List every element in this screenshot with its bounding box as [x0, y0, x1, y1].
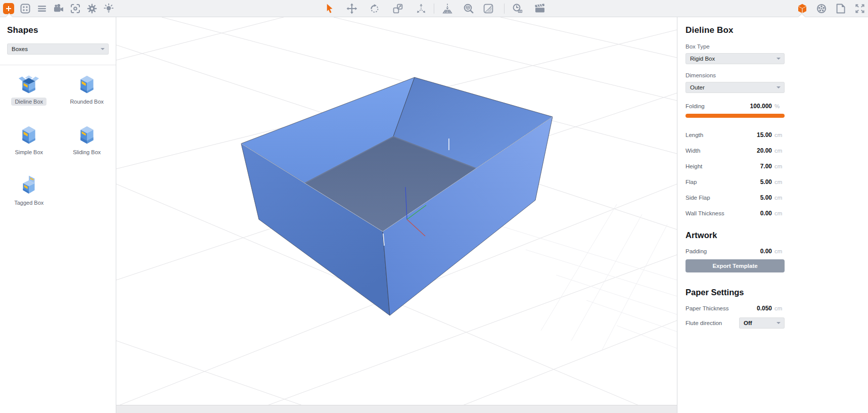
- flap-value[interactable]: 5.00: [760, 178, 772, 186]
- spread-icon: [415, 3, 427, 15]
- timeline-button[interactable]: [511, 2, 524, 15]
- height-row: Height 7.00 cm: [686, 163, 785, 170]
- expand-view-button[interactable]: [853, 2, 866, 15]
- lighting-button[interactable]: [102, 2, 115, 15]
- center-view-icon: [69, 3, 81, 15]
- materials-panel-button[interactable]: [815, 2, 828, 15]
- side-flap-row: Side Flap 5.00 cm: [686, 194, 785, 201]
- clapperboard-icon: [534, 3, 546, 15]
- sliding-box-icon: [75, 123, 99, 147]
- width-unit: cm: [774, 148, 785, 154]
- folding-slider[interactable]: [686, 114, 785, 118]
- flute-direction-row: Flute direction Off: [686, 317, 785, 329]
- settings-button[interactable]: [85, 2, 99, 15]
- shapes-grid-icon: [19, 3, 31, 15]
- shapes-panel: Shapes Boxes Dieline Box: [0, 17, 116, 413]
- paper-thickness-row: Paper Thickness 0.050 cm: [686, 305, 785, 312]
- select-tool-button[interactable]: [323, 2, 336, 15]
- scene-canvas: [116, 17, 677, 413]
- tagged-box-icon: [17, 174, 40, 197]
- shape-item-label: Sliding Box: [69, 148, 104, 156]
- spread-tool-button[interactable]: [415, 2, 428, 15]
- scale-tool-button[interactable]: [391, 2, 404, 15]
- properties-title: Dieline Box: [686, 25, 785, 35]
- chevron-down-icon: [101, 48, 105, 50]
- padding-value[interactable]: 0.00: [760, 248, 772, 255]
- lightbulb-icon: [103, 3, 115, 15]
- matte-icon: [482, 3, 494, 15]
- flap-unit: cm: [774, 179, 785, 185]
- folding-label: Folding: [686, 103, 705, 109]
- length-value[interactable]: 15.00: [757, 131, 772, 139]
- divider: [0, 65, 116, 65]
- wall-thickness-label: Wall Thickness: [686, 210, 724, 216]
- shape-item-tagged-box[interactable]: Tagged Box: [0, 169, 58, 220]
- flute-direction-dropdown[interactable]: Off: [739, 317, 785, 329]
- move-icon: [346, 3, 358, 15]
- cube-icon: [796, 3, 808, 15]
- padding-row: Padding 0.00 cm: [686, 248, 785, 255]
- dimensions-dropdown[interactable]: Outer: [686, 82, 785, 93]
- box-type-value: Rigid Box: [690, 56, 715, 62]
- page-panel-button[interactable]: [834, 2, 847, 15]
- chevron-down-icon: [776, 58, 781, 60]
- animation-button[interactable]: [533, 2, 546, 15]
- app-window: Shapes Boxes Dieline Box: [0, 0, 868, 413]
- shape-item-sliding-box[interactable]: Sliding Box: [58, 119, 116, 169]
- page-corner-icon: [835, 3, 847, 15]
- length-row: Length 15.00 cm: [686, 131, 785, 139]
- length-unit: cm: [774, 132, 785, 138]
- timeline-icon: [512, 3, 524, 15]
- camera-button[interactable]: [52, 2, 65, 15]
- shape-item-label: Dieline Box: [11, 98, 47, 106]
- folding-unit: %: [774, 103, 785, 109]
- rotate-icon: [369, 3, 381, 15]
- shape-item-dieline-box[interactable]: Dieline Box: [0, 68, 58, 119]
- height-label: Height: [686, 163, 702, 169]
- center-view-button[interactable]: [69, 2, 82, 15]
- padding-label: Padding: [686, 248, 707, 254]
- side-flap-unit: cm: [774, 195, 785, 201]
- flap-row: Flap 5.00 cm: [686, 178, 785, 186]
- horizontal-scrollbar[interactable]: [116, 405, 677, 413]
- wall-thickness-unit: cm: [774, 210, 785, 216]
- artwork-section-title: Artwork: [686, 231, 785, 240]
- zoom-to-object-button[interactable]: [462, 2, 475, 15]
- move-tool-button[interactable]: [345, 2, 358, 15]
- length-label: Length: [686, 132, 703, 138]
- drop-to-floor-button[interactable]: [441, 2, 454, 15]
- plus-icon: [3, 3, 14, 14]
- matte-button[interactable]: [482, 2, 495, 15]
- side-flap-value[interactable]: 5.00: [760, 194, 772, 201]
- scale-icon: [392, 3, 404, 15]
- flap-label: Flap: [686, 179, 697, 185]
- zoom-to-object-icon: [463, 3, 475, 15]
- dieline-box-mesh[interactable]: [241, 77, 553, 315]
- viewport-3d[interactable]: [116, 17, 677, 413]
- shapes-library-button[interactable]: [19, 2, 32, 15]
- dimensions-label: Dimensions: [686, 72, 785, 78]
- width-row: Width 20.00 cm: [686, 147, 785, 154]
- shape-item-simple-box[interactable]: Simple Box: [0, 119, 58, 169]
- menu-button[interactable]: [35, 2, 49, 15]
- paper-thickness-unit: cm: [774, 305, 785, 311]
- film-reel-icon: [815, 3, 828, 15]
- shape-item-label: Rounded Box: [66, 98, 107, 106]
- height-value[interactable]: 7.00: [760, 163, 772, 170]
- padding-unit: cm: [774, 248, 785, 254]
- rotate-tool-button[interactable]: [368, 2, 381, 15]
- shape-item-rounded-box[interactable]: Rounded Box: [58, 68, 116, 119]
- export-template-button[interactable]: Export Template: [686, 259, 785, 272]
- paper-settings-title: Paper Settings: [686, 288, 785, 297]
- shape-category-value: Boxes: [12, 46, 28, 52]
- gear-icon: [86, 3, 98, 15]
- width-value[interactable]: 20.00: [757, 147, 772, 154]
- shape-category-dropdown[interactable]: Boxes: [7, 43, 109, 55]
- paper-thickness-value[interactable]: 0.050: [757, 305, 772, 312]
- box-type-dropdown[interactable]: Rigid Box: [686, 53, 785, 64]
- chevron-down-icon: [776, 86, 781, 88]
- wall-thickness-value[interactable]: 0.00: [760, 210, 772, 217]
- paper-thickness-label: Paper Thickness: [686, 305, 728, 311]
- folding-row: Folding 100.000 %: [686, 103, 785, 110]
- folding-value[interactable]: 100.000: [750, 103, 772, 110]
